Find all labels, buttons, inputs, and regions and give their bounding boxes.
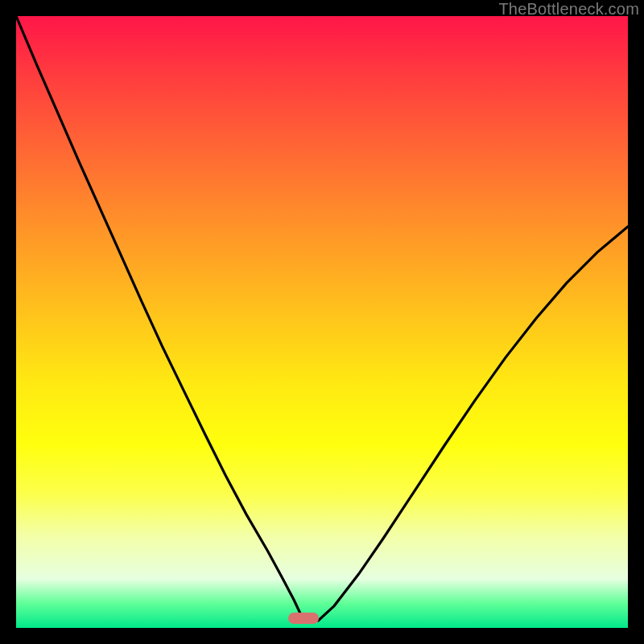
bottleneck-curve bbox=[16, 16, 628, 628]
optimal-marker bbox=[288, 613, 319, 624]
chart-frame: TheBottleneck.com bbox=[0, 0, 644, 644]
watermark-text: TheBottleneck.com bbox=[498, 0, 639, 19]
plot-area bbox=[16, 16, 628, 628]
